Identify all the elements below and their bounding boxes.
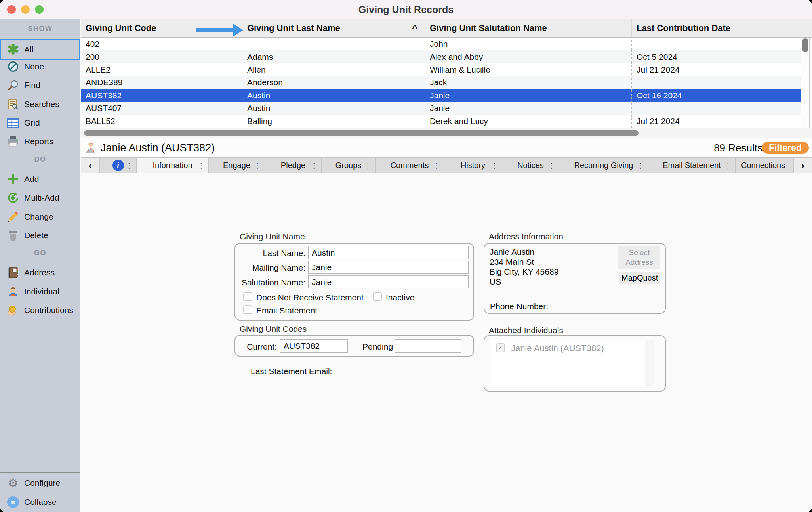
sidebar-item-address[interactable]: Address [1,264,79,282]
table-row[interactable]: ANDE389 Anderson Jack [81,76,801,89]
multi-add-icon [6,191,20,204]
mailing-name-input[interactable] [308,261,469,274]
sidebar-item-add[interactable]: Add [1,170,79,188]
table-header-gutter [801,19,812,37]
sidebar: SHOW ✱ All None Find Searches [0,19,80,512]
tab-history[interactable]: History⋮ [444,158,502,173]
sidebar-section-show: SHOW [0,25,80,33]
select-address-button[interactable]: Select Address [618,246,660,269]
last-statement-email-label: Last Statement Email: [251,367,332,376]
salutation-name-label: Salutation Name: [226,278,305,287]
tab-options-icon[interactable]: ⋮ [548,161,555,170]
trash-icon [6,229,20,242]
tab-options-icon[interactable]: ⋮ [311,161,317,170]
tab-recurring-giving[interactable]: Recurring Giving⋮ [559,158,648,173]
tab-comments[interactable]: Comments⋮ [376,158,444,173]
person-at-laptop-icon [84,141,97,154]
vertical-scrollbar [801,38,810,128]
saved-searches-icon [6,97,20,111]
tab-engage[interactable]: Engage⋮ [209,158,265,173]
tab-options-icon[interactable]: ⋮ [126,161,132,170]
column-header-last-contribution-date[interactable]: Last Contribution Date [632,19,801,37]
does-not-receive-statement-checkbox[interactable] [243,292,252,301]
sidebar-item-grid[interactable]: Grid [1,114,79,132]
window-title: Giving Unit Records [0,0,812,19]
pending-code-label: Pending [362,342,392,352]
tab-options-icon[interactable]: ⋮ [364,161,371,170]
information-tab-content: Giving Unit Name Last Name: Mailing Name… [81,173,812,512]
tab-options-icon[interactable]: ⋮ [724,161,731,170]
sidebar-item-reports[interactable]: Reports [1,132,79,151]
plus-icon [6,172,20,186]
last-name-input[interactable] [308,246,469,259]
inactive-checkbox[interactable] [373,292,382,301]
column-header-giving-unit-last-name[interactable]: Giving Unit Last Name^ [242,19,425,37]
current-code-input[interactable] [280,339,348,353]
table-row[interactable]: 200 Adams Alex and Abby Oct 5 2024 [81,50,801,63]
table-header: Giving Unit Code Giving Unit Last Name^ … [81,19,812,38]
record-header-bar: Janie Austin (AUST382) 89 Results Filter… [81,138,812,157]
sidebar-section-go: GO [0,249,80,257]
salutation-name-input[interactable] [308,275,469,288]
giving-unit-table: 402 John 200 Adams Alex and Abby Oct 5 2… [81,38,801,128]
tab-options-icon[interactable]: ⋮ [491,161,498,170]
sidebar-item-collapse[interactable]: « Collapse [1,493,79,511]
address-block: Janie Austin 234 Main St Big City, KY 45… [490,247,558,287]
list-scrollbar-gutter [645,340,654,386]
tab-options-icon[interactable]: ⋮ [254,161,261,170]
grid-icon [6,116,20,130]
app-window: Giving Unit Records SHOW ✱ All None Find… [0,0,812,512]
hand-coin-icon [6,304,20,317]
record-tab-bar: ‹ i ⋮ Information⋮ Engage⋮ Pledge⋮ Group… [81,157,812,173]
sidebar-item-configure[interactable]: ⚙ Configure [1,474,79,492]
sidebar-item-delete[interactable]: Delete [1,226,79,245]
column-header-giving-unit-salutation-name[interactable]: Giving Unit Salutation Name [425,19,632,37]
collapse-icon: « [6,495,20,509]
table-row[interactable]: ALLE2 Allen William & Lucille Jul 21 202… [81,63,801,76]
sidebar-item-searches[interactable]: Searches [1,95,79,113]
address-information-section-label: Address Information [489,232,563,241]
tab-pledge[interactable]: Pledge⋮ [265,158,322,173]
inactive-label: Inactive [386,293,414,302]
attached-individual-checkbox[interactable]: ✓ [496,343,505,352]
table-row[interactable]: BALL52 Balling Derek and Lucy Jul 21 202… [81,115,801,128]
record-title: Janie Austin (AUST382) [101,138,215,157]
mapquest-button[interactable]: MapQuest [619,272,660,284]
sidebar-item-none[interactable]: None [1,57,79,76]
email-statement-checkbox[interactable] [243,305,252,314]
tab-email-statement[interactable]: Email Statement⋮ [648,158,736,173]
tab-scroll-right-button[interactable]: › [794,158,812,173]
vertical-scrollbar-thumb[interactable] [802,38,808,52]
sidebar-item-multi-add[interactable]: Multi-Add [1,189,79,207]
tab-information[interactable]: Information⋮ [137,158,209,173]
current-code-label: Current: [240,342,277,352]
mailing-name-label: Mailing Name: [226,263,305,273]
column-header-giving-unit-code[interactable]: Giving Unit Code [81,19,242,37]
tab-connections[interactable]: Connections [736,158,794,173]
table-row-selected[interactable]: AUST382 Austin Janie Oct 16 2024 [81,89,801,102]
tab-options-icon[interactable]: ⋮ [198,161,204,170]
tab-scroll-left-button[interactable]: ‹ [81,158,100,173]
pending-code-input[interactable] [395,339,461,353]
horizontal-scrollbar-thumb[interactable] [84,130,639,136]
tab-notices[interactable]: Notices⋮ [502,158,559,173]
table-row[interactable]: 402 John [81,38,801,50]
sidebar-item-change[interactable]: Change [1,208,79,226]
horizontal-scrollbar [81,128,812,138]
sidebar-item-contributions[interactable]: Contributions [1,301,79,319]
table-row[interactable]: AUST407 Austin Janie [81,102,801,115]
printer-icon [6,135,20,148]
pencil-icon [6,210,20,224]
tab-record-info[interactable]: i ⋮ [100,158,137,173]
attached-individual-label: Janie Austin (AUST382) [511,343,604,353]
sidebar-item-find[interactable]: Find [1,76,79,94]
tab-options-icon[interactable]: ⋮ [433,161,440,170]
tab-groups[interactable]: Groups⋮ [322,158,376,173]
attached-individuals-section-label: Attached Individuals [489,326,563,335]
sort-ascending-indicator: ^ [412,19,417,37]
sidebar-item-all[interactable]: ✱ All [1,40,79,59]
tab-options-icon[interactable]: ⋮ [637,161,644,170]
last-name-label: Last Name: [226,248,305,258]
giving-unit-codes-section-label: Giving Unit Codes [240,324,307,334]
sidebar-item-individual[interactable]: Individual [1,283,79,301]
